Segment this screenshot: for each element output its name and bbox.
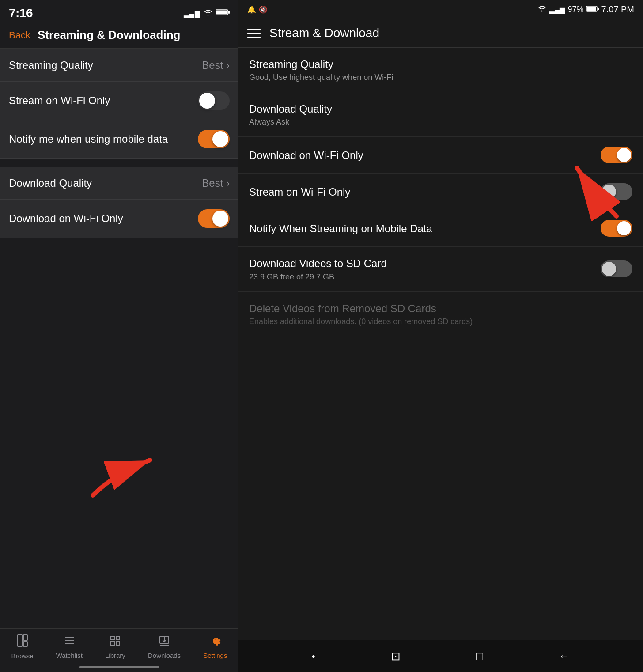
android-title-download-sd-card: Download Videos to SD Card (249, 257, 601, 270)
svg-rect-19 (598, 8, 599, 10)
ios-label-download-quality: Download Quality (9, 177, 92, 189)
android-toggle-stream-wifi-only[interactable] (601, 183, 632, 200)
svg-rect-2 (228, 11, 230, 14)
downloads-nav-label: Downloads (148, 652, 181, 659)
android-setting-download-wifi-only[interactable]: Download on Wi-Fi Only (238, 137, 643, 174)
browse-nav-label: Browse (11, 652, 34, 660)
ios-nav-downloads[interactable]: Downloads (148, 634, 181, 659)
android-title-download-quality: Download Quality (249, 102, 632, 116)
watchlist-icon (63, 634, 76, 650)
android-toggle-download-wifi-only[interactable] (601, 147, 632, 163)
ios-label-download-wifi-only: Download on Wi-Fi Only (9, 212, 123, 225)
library-icon (109, 634, 121, 650)
svg-rect-9 (111, 636, 114, 640)
ios-label-stream-wifi-only: Stream on Wi-Fi Only (9, 94, 110, 107)
hamburger-menu[interactable] (247, 29, 261, 38)
svg-rect-10 (116, 636, 120, 640)
android-setting-notify-streaming-mobile[interactable]: Notify When Streaming on Mobile Data (238, 210, 643, 247)
android-content-delete-sd-videos: Delete Videos from Removed SD CardsEnabl… (249, 302, 632, 326)
android-content-streaming-quality: Streaming QualityGood; Use highest quali… (249, 57, 632, 82)
android-header: Stream & Download (238, 19, 643, 47)
ios-nav-watchlist[interactable]: Watchlist (56, 634, 83, 659)
battery-pct: 97% (567, 5, 583, 14)
ios-toggle-notify-mobile-data[interactable] (198, 130, 230, 148)
android-setting-download-sd-card[interactable]: Download Videos to SD Card23.9 GB free o… (238, 247, 643, 291)
settings-nav-label: Settings (203, 652, 227, 659)
android-content-download-sd-card: Download Videos to SD Card23.9 GB free o… (249, 257, 601, 281)
ios-nav-browse[interactable]: Browse (11, 634, 34, 660)
android-bottom-bar: ● ⊡ □ ← (238, 640, 643, 672)
android-toggle-notify-streaming-mobile[interactable] (601, 220, 632, 237)
android-nav-recents[interactable]: ⊡ (391, 649, 401, 663)
android-subtitle-download-quality: Always Ask (249, 117, 632, 127)
svg-rect-12 (116, 642, 120, 645)
android-setting-download-quality: Download QualityAlways Ask (238, 92, 643, 137)
ios-setting-download-quality[interactable]: Download QualityBest › (0, 167, 238, 200)
svg-rect-11 (111, 642, 114, 645)
left-panel: 7:16 ▂▄▆ Back Streaming & Downloadin (0, 0, 238, 672)
watchlist-nav-label: Watchlist (56, 652, 83, 659)
android-content-download-wifi-only: Download on Wi-Fi Only (249, 148, 601, 162)
svg-rect-18 (587, 7, 596, 11)
page-title: Streaming & Downloading (38, 28, 181, 42)
svg-rect-1 (216, 11, 227, 15)
android-settings-list: Streaming QualityGood; Use highest quali… (238, 48, 643, 336)
ios-value-download-quality[interactable]: Best › (202, 177, 230, 189)
android-content-download-quality: Download QualityAlways Ask (249, 102, 632, 127)
wifi-icon-android (537, 5, 547, 14)
ios-nav-library[interactable]: Library (105, 634, 125, 659)
mute-icon: 🔇 (259, 5, 268, 14)
android-subtitle-streaming-quality: Good; Use highest quality when on Wi-Fi (249, 73, 632, 82)
downloads-icon (158, 634, 170, 650)
ios-setting-notify-mobile-data[interactable]: Notify me when using mobile data (0, 120, 238, 159)
ios-status-icons: ▂▄▆ (184, 9, 230, 18)
svg-rect-4 (23, 635, 27, 640)
signal-icon: ▂▄▆ (184, 9, 200, 18)
android-status-icons: ▂▄▆ 97% 7:07 PM (537, 4, 634, 15)
notification-icon: 🔔 (247, 5, 256, 14)
android-setting-streaming-quality: Streaming QualityGood; Use highest quali… (238, 48, 643, 92)
svg-rect-5 (23, 642, 27, 646)
ios-settings-group: Streaming QualityBest ›Stream on Wi-Fi O… (0, 49, 238, 238)
android-nav-home[interactable]: □ (476, 649, 483, 663)
android-time: 7:07 PM (601, 4, 634, 15)
signal-icon-android: ▂▄▆ (549, 5, 565, 14)
ios-setting-stream-wifi-only[interactable]: Stream on Wi-Fi Only (0, 82, 238, 120)
ios-toggle-stream-wifi-only[interactable] (198, 91, 230, 110)
browse-icon (16, 634, 29, 650)
ios-value-streaming-quality[interactable]: Best › (202, 59, 230, 72)
wifi-icon (203, 9, 213, 18)
android-toggle-download-sd-card[interactable] (601, 260, 632, 277)
back-button[interactable]: Back (9, 30, 30, 41)
android-title-stream-wifi-only: Stream on Wi-Fi Only (249, 185, 601, 199)
android-nav-back[interactable]: ← (559, 649, 570, 663)
android-title-notify-streaming-mobile: Notify When Streaming on Mobile Data (249, 222, 601, 235)
android-content-notify-streaming-mobile: Notify When Streaming on Mobile Data (249, 222, 601, 235)
arrow-indicator-left (79, 434, 168, 504)
android-title-delete-sd-videos: Delete Videos from Removed SD Cards (249, 302, 632, 315)
home-indicator (79, 666, 159, 668)
android-page-title: Stream & Download (269, 26, 379, 40)
android-setting-stream-wifi-only[interactable]: Stream on Wi-Fi Only (238, 174, 643, 210)
battery-icon (216, 9, 230, 18)
ios-setting-download-wifi-only[interactable]: Download on Wi-Fi Only (0, 200, 238, 238)
ios-status-bar: 7:16 ▂▄▆ (0, 0, 238, 23)
ios-nav-bar: Back Streaming & Downloading (0, 23, 238, 49)
android-setting-delete-sd-videos: Delete Videos from Removed SD CardsEnabl… (238, 292, 643, 336)
ios-toggle-download-wifi-only[interactable] (198, 209, 230, 228)
ios-label-notify-mobile-data: Notify me when using mobile data (9, 133, 168, 145)
android-content-stream-wifi-only: Stream on Wi-Fi Only (249, 185, 601, 199)
android-subtitle-delete-sd-videos: Enables additional downloads. (0 videos … (249, 317, 632, 326)
android-nav-dot: ● (311, 653, 315, 660)
ios-label-streaming-quality: Streaming Quality (9, 59, 93, 72)
ios-nav-settings[interactable]: Settings (203, 634, 227, 659)
battery-icon-android (586, 5, 599, 14)
ios-time: 7:16 (9, 6, 33, 20)
android-title-download-wifi-only: Download on Wi-Fi Only (249, 148, 601, 162)
settings-icon (209, 634, 221, 650)
android-subtitle-download-sd-card: 23.9 GB free of 29.7 GB (249, 272, 601, 282)
svg-rect-3 (18, 635, 22, 646)
ios-setting-streaming-quality[interactable]: Streaming QualityBest › (0, 49, 238, 82)
android-title-streaming-quality: Streaming Quality (249, 57, 632, 71)
library-nav-label: Library (105, 652, 125, 659)
